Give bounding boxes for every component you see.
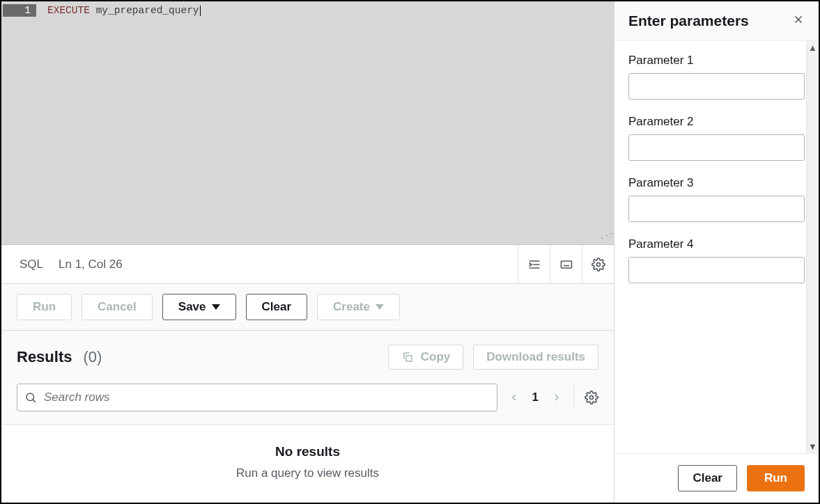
- svg-rect-0: [561, 261, 571, 268]
- parameter-3: Parameter 3: [628, 176, 805, 222]
- search-icon: [24, 391, 37, 404]
- page-number: 1: [532, 391, 539, 404]
- results-title: Results: [17, 348, 72, 366]
- gear-icon: [585, 391, 598, 404]
- results-header: Results (0) Copy Download results: [1, 331, 614, 377]
- main-panel: 1 EXECUTE my_prepared_query ⋰ SQL Ln 1, …: [1, 1, 614, 503]
- line-number: 1: [3, 4, 36, 17]
- parameter-2: Parameter 2: [628, 115, 805, 161]
- search-rows-input[interactable]: [44, 391, 490, 404]
- parameter-label: Parameter 4: [628, 237, 805, 251]
- editor-status-bar: SQL Ln 1, Col 26: [1, 245, 614, 284]
- caret-down-icon: [212, 304, 220, 310]
- text-cursor: [200, 6, 201, 16]
- results-empty-state: No results Run a query to view results: [1, 425, 614, 503]
- create-button[interactable]: Create: [317, 294, 400, 320]
- caret-down-icon: [376, 304, 384, 310]
- scroll-down-icon[interactable]: ▼: [808, 440, 817, 453]
- keyboard-shortcuts-button[interactable]: [550, 245, 582, 284]
- scroll-up-icon[interactable]: ▲: [808, 41, 817, 54]
- svg-rect-2: [406, 356, 412, 361]
- parameter-label: Parameter 3: [628, 176, 805, 190]
- sidebar-footer: Clear Run: [614, 453, 819, 503]
- copy-label: Copy: [421, 350, 451, 364]
- editor-settings-button[interactable]: [582, 245, 614, 284]
- copy-icon: [401, 351, 414, 363]
- editor-code[interactable]: EXECUTE my_prepared_query ⋰: [43, 1, 614, 244]
- results-search-row: 1: [1, 377, 614, 425]
- clear-button[interactable]: Clear: [246, 294, 308, 320]
- resize-grip-icon[interactable]: ⋰: [600, 233, 613, 241]
- parameters-sidebar: Enter parameters Parameter 1 Parameter 2…: [614, 1, 819, 503]
- close-sidebar-button[interactable]: [792, 13, 805, 29]
- download-results-button[interactable]: Download results: [473, 345, 598, 370]
- keyboard-icon: [559, 258, 573, 271]
- empty-subtitle: Run a query to view results: [236, 466, 379, 480]
- sql-identifier: my_prepared_query: [96, 5, 199, 16]
- scrollbar[interactable]: ▲ ▼: [806, 41, 819, 453]
- svg-point-4: [589, 396, 593, 400]
- cursor-position: Ln 1, Col 26: [59, 258, 123, 271]
- chevron-left-icon[interactable]: [509, 392, 520, 403]
- sidebar-run-button[interactable]: Run: [747, 465, 805, 491]
- parameter-4: Parameter 4: [628, 237, 805, 283]
- create-button-label: Create: [333, 300, 370, 314]
- cancel-button[interactable]: Cancel: [82, 294, 153, 320]
- parameter-label: Parameter 2: [628, 115, 805, 129]
- parameter-1-input[interactable]: [628, 73, 805, 100]
- format-query-button[interactable]: [518, 245, 550, 284]
- save-button[interactable]: Save: [162, 294, 236, 320]
- copy-results-button[interactable]: Copy: [388, 345, 464, 370]
- parameter-3-input[interactable]: [628, 196, 805, 222]
- sidebar-clear-button[interactable]: Clear: [678, 465, 737, 491]
- parameter-4-input[interactable]: [628, 257, 805, 283]
- sidebar-title: Enter parameters: [628, 13, 749, 29]
- search-rows-box[interactable]: [17, 384, 497, 411]
- close-icon: [792, 13, 805, 26]
- svg-point-1: [596, 262, 600, 266]
- sql-editor[interactable]: 1 EXECUTE my_prepared_query ⋰: [1, 1, 614, 245]
- svg-point-3: [26, 393, 34, 401]
- empty-title: No results: [275, 444, 340, 459]
- parameter-1: Parameter 1: [628, 54, 805, 100]
- language-label: SQL: [20, 258, 43, 271]
- indent-icon: [527, 258, 541, 271]
- parameter-2-input[interactable]: [628, 134, 805, 161]
- chevron-right-icon[interactable]: [551, 392, 562, 403]
- results-pager: 1: [509, 391, 562, 404]
- editor-gutter: 1: [1, 1, 43, 244]
- results-settings-button[interactable]: [573, 385, 598, 410]
- run-button[interactable]: Run: [17, 294, 72, 320]
- sql-keyword: EXECUTE: [47, 5, 90, 16]
- gear-icon: [591, 258, 605, 271]
- parameter-label: Parameter 1: [628, 54, 805, 68]
- results-count: (0): [83, 348, 102, 366]
- save-button-label: Save: [178, 300, 206, 314]
- query-toolbar: Run Cancel Save Clear Create: [1, 284, 614, 331]
- sidebar-body: Parameter 1 Parameter 2 Parameter 3 Para…: [614, 41, 819, 453]
- sidebar-header: Enter parameters: [614, 1, 819, 41]
